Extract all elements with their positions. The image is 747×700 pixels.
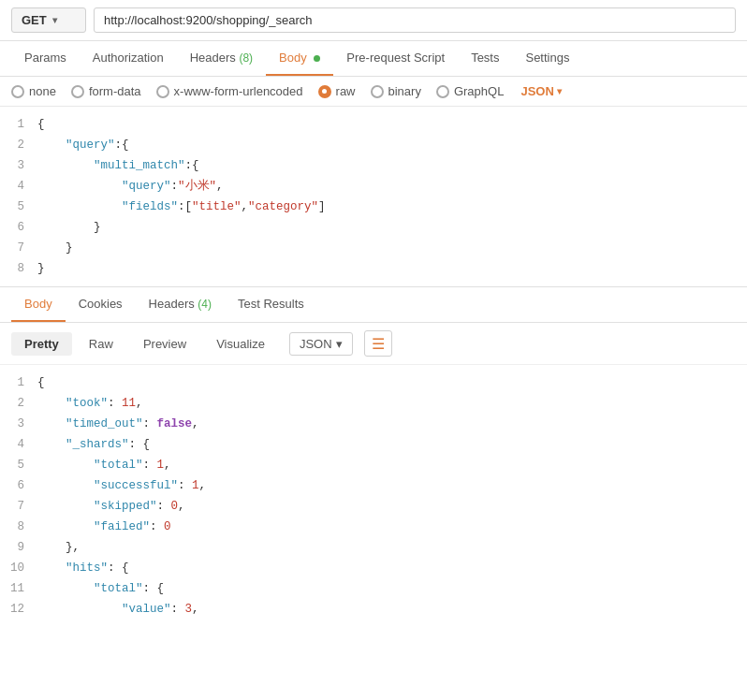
line-content: "failed": 0 <box>37 518 747 536</box>
line-number: 8 <box>0 518 37 536</box>
line-content: } <box>37 259 747 278</box>
req-code-line: 3 "multi_match":{ <box>0 155 747 176</box>
resp-code-line: 12 "value": 3, <box>0 599 747 620</box>
resp-code-line: 10 "hits": { <box>0 558 747 578</box>
resp-tab-headers[interactable]: Headers (4) <box>136 287 225 322</box>
resp-tab-cookies[interactable]: Cookies <box>66 287 136 322</box>
json-format-dropdown[interactable]: JSON ▾ <box>520 84 561 98</box>
body-dot <box>314 55 320 62</box>
line-number: 5 <box>0 456 37 474</box>
label-raw: raw <box>336 84 356 98</box>
line-number: 2 <box>0 394 37 413</box>
line-content: { <box>37 373 747 392</box>
line-content: "query":{ <box>37 136 747 154</box>
line-content: { <box>37 115 747 134</box>
req-code-line: 1{ <box>0 114 747 135</box>
resp-code-line: 5 "total": 1, <box>0 455 747 475</box>
tab-authorization[interactable]: Authorization <box>80 41 177 76</box>
resp-code-line: 6 "successful": 1, <box>0 475 747 496</box>
req-code-line: 8} <box>0 258 747 279</box>
view-pretty[interactable]: Pretty <box>11 332 72 356</box>
response-body: 1{2 "took": 11,3 "timed_out": false,4 "_… <box>0 365 747 627</box>
req-code-line: 4 "query":"小米", <box>0 176 747 197</box>
request-tabs: Params Authorization Headers (8) Body Pr… <box>0 41 747 77</box>
line-number: 1 <box>0 373 37 392</box>
radio-form-data <box>71 85 84 98</box>
headers-badge: (8) <box>239 51 253 65</box>
line-number: 2 <box>0 136 37 154</box>
resp-code-line: 8 "failed": 0 <box>0 517 747 537</box>
option-form-data[interactable]: form-data <box>71 84 141 98</box>
req-code-line: 2 "query":{ <box>0 135 747 155</box>
radio-none <box>11 85 24 98</box>
radio-binary <box>371 85 384 98</box>
line-content: "query":"小米", <box>37 177 747 196</box>
body-options: none form-data x-www-form-urlencoded raw… <box>0 77 747 107</box>
method-label: GET <box>22 13 47 27</box>
line-content: }, <box>37 538 747 557</box>
wrap-icon: ☰ <box>372 335 385 353</box>
tab-settings[interactable]: Settings <box>512 41 582 76</box>
line-number: 1 <box>0 115 37 134</box>
option-graphql[interactable]: GraphQL <box>436 84 504 98</box>
line-content: } <box>37 239 747 257</box>
url-input[interactable] <box>94 7 736 33</box>
label-none: none <box>29 84 56 98</box>
line-number: 6 <box>0 218 37 237</box>
resp-headers-badge: (4) <box>198 298 212 311</box>
resp-code-line: 2 "took": 11, <box>0 393 747 414</box>
resp-format-label: JSON <box>300 337 332 351</box>
line-content: } <box>37 218 747 237</box>
line-content: "fields":["title","category"] <box>37 197 747 216</box>
json-format-label: JSON <box>520 84 553 98</box>
option-urlencoded[interactable]: x-www-form-urlencoded <box>156 84 303 98</box>
line-number: 5 <box>0 197 37 216</box>
line-number: 7 <box>0 497 37 516</box>
line-number: 3 <box>0 156 37 175</box>
option-binary[interactable]: binary <box>371 84 421 98</box>
tab-body[interactable]: Body <box>266 41 333 76</box>
radio-raw <box>318 85 331 98</box>
line-content: "skipped": 0, <box>37 497 747 516</box>
line-content: "total": 1, <box>37 456 747 474</box>
tab-headers[interactable]: Headers (8) <box>177 41 266 76</box>
method-select[interactable]: GET ▾ <box>11 7 86 33</box>
line-content: "timed_out": false, <box>37 415 747 433</box>
tab-pre-request[interactable]: Pre-request Script <box>333 41 458 76</box>
resp-code-line: 11 "total": { <box>0 578 747 599</box>
wrap-button[interactable]: ☰ <box>364 330 392 357</box>
view-preview[interactable]: Preview <box>130 332 199 356</box>
resp-tab-body[interactable]: Body <box>11 287 66 322</box>
view-raw[interactable]: Raw <box>76 332 126 356</box>
resp-tab-test-results[interactable]: Test Results <box>225 287 317 322</box>
label-urlencoded: x-www-form-urlencoded <box>174 84 303 98</box>
line-content: "multi_match":{ <box>37 156 747 175</box>
json-format-arrow: ▾ <box>557 86 562 96</box>
line-number: 6 <box>0 476 37 495</box>
label-binary: binary <box>388 84 421 98</box>
line-content: "took": 11, <box>37 394 747 413</box>
tab-params[interactable]: Params <box>11 41 80 76</box>
radio-urlencoded <box>156 85 169 98</box>
method-arrow: ▾ <box>52 15 57 25</box>
response-toolbar: Pretty Raw Preview Visualize JSON ▾ ☰ <box>0 323 747 365</box>
resp-code-line: 9 }, <box>0 537 747 558</box>
option-none[interactable]: none <box>11 84 56 98</box>
response-section: Body Cookies Headers (4) Test Results Pr… <box>0 287 747 627</box>
line-content: "_shards": { <box>37 435 747 454</box>
option-raw[interactable]: raw <box>318 84 356 98</box>
radio-graphql <box>436 85 449 98</box>
url-bar: GET ▾ <box>0 0 747 41</box>
req-code-line: 7 } <box>0 238 747 258</box>
request-body-editor[interactable]: 1{2 "query":{3 "multi_match":{4 "query":… <box>0 107 747 287</box>
line-number: 11 <box>0 579 37 598</box>
resp-code-line: 7 "skipped": 0, <box>0 496 747 517</box>
line-number: 9 <box>0 538 37 557</box>
label-graphql: GraphQL <box>454 84 504 98</box>
line-number: 3 <box>0 415 37 433</box>
line-number: 7 <box>0 239 37 257</box>
line-number: 4 <box>0 177 37 196</box>
tab-tests[interactable]: Tests <box>458 41 512 76</box>
view-visualize[interactable]: Visualize <box>203 332 278 356</box>
resp-format-dropdown[interactable]: JSON ▾ <box>289 332 353 356</box>
